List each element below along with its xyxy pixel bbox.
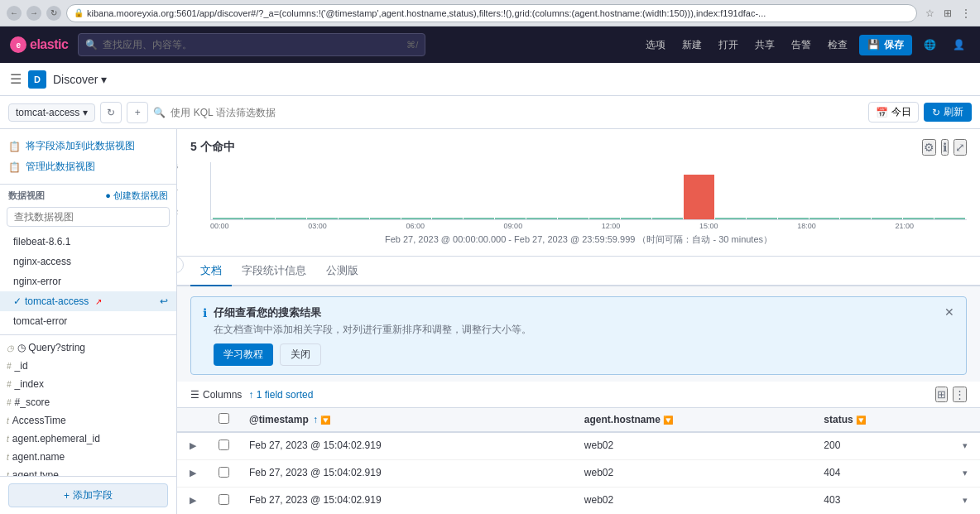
kql-input[interactable] <box>171 107 863 118</box>
chart-bar[interactable] <box>558 218 588 219</box>
global-search-bar[interactable]: 🔍 ⌘/ <box>78 33 425 56</box>
new-button[interactable]: 新建 <box>677 35 707 55</box>
chart-bar[interactable] <box>872 218 902 219</box>
chart-bar[interactable] <box>339 218 369 219</box>
row-actions-btn[interactable]: ▾ <box>950 460 980 488</box>
globe-icon[interactable]: 🌐 <box>919 36 941 54</box>
row-checkbox[interactable] <box>209 460 239 488</box>
chart-bar[interactable] <box>621 218 651 219</box>
chart-bar[interactable] <box>432 218 463 219</box>
star-button[interactable]: ☆ <box>922 6 937 21</box>
back-button[interactable]: ← <box>7 6 22 21</box>
row-actions-btn[interactable]: ▾ <box>950 488 980 515</box>
chart-bar[interactable] <box>307 218 338 219</box>
sidebar-item-filebeat[interactable]: filebeat-8.6.1 <box>0 232 176 252</box>
calendar-btn[interactable]: 📅 今日 <box>868 102 919 122</box>
app-name-chevron[interactable]: ▾ <box>101 73 107 86</box>
row-checkbox[interactable] <box>209 432 239 460</box>
row-select-checkbox[interactable] <box>219 494 229 505</box>
row-select-checkbox[interactable] <box>219 467 229 478</box>
th-hostname[interactable]: agent.hostname 🔽 <box>574 408 814 432</box>
user-avatar[interactable]: 👤 <box>948 36 970 54</box>
sidebar-item-nginx-error[interactable]: nginx-error <box>0 271 176 291</box>
histogram-info-btn[interactable]: ℹ <box>941 139 949 156</box>
learn-tutorial-btn[interactable]: 学习教程 <box>214 343 273 366</box>
sidebar-search[interactable] <box>0 204 176 230</box>
index-selector[interactable]: tomcat-access ▾ <box>8 103 95 122</box>
tab-beta[interactable]: 公测版 <box>316 257 368 286</box>
save-button[interactable]: 💾 保存 <box>859 35 912 55</box>
field-agent-type[interactable]: t agent.type <box>0 466 176 476</box>
alert-button[interactable]: 告警 <box>786 35 816 55</box>
chart-bar[interactable] <box>903 218 934 219</box>
expand-row-btn[interactable]: ▶ <box>187 440 199 452</box>
th-status[interactable]: status 🔽 <box>814 408 950 432</box>
chart-bar[interactable] <box>213 218 243 219</box>
close-banner-btn[interactable]: 关闭 <box>280 343 321 366</box>
chart-bar[interactable] <box>652 218 683 219</box>
forward-button[interactable]: → <box>26 6 41 21</box>
grid-view-btn[interactable]: ⊞ <box>935 387 948 402</box>
row-expand-btn[interactable]: ▶ <box>177 488 209 515</box>
sidebar-item-nginx-access[interactable]: nginx-access <box>0 252 176 271</box>
field-score[interactable]: # #_score <box>0 393 176 411</box>
chart-bar[interactable] <box>526 218 557 219</box>
tab-field-stats[interactable]: 字段统计信息 <box>232 257 316 286</box>
share-button[interactable]: 共享 <box>750 35 780 55</box>
tab-documents[interactable]: 文档 <box>190 257 232 286</box>
add-field-action[interactable]: 📋 将字段添加到此数据视图 <box>8 136 168 156</box>
row-actions-btn[interactable]: ▾ <box>950 432 980 460</box>
row-menu-btn[interactable]: ▾ <box>960 494 970 507</box>
manage-view-action[interactable]: 📋 管理此数据视图 <box>8 156 168 177</box>
row-menu-btn[interactable]: ▾ <box>960 440 970 452</box>
field-agent-ephemeral-id[interactable]: t agent.ephemeral_id <box>0 430 176 448</box>
field-access-time[interactable]: t AccessTime <box>0 411 176 430</box>
expand-row-btn[interactable]: ▶ <box>187 467 199 479</box>
row-expand-btn[interactable]: ▶ <box>177 460 209 488</box>
menu-button[interactable]: ⋮ <box>958 6 973 21</box>
table-options-btn[interactable]: ⋮ <box>953 387 967 402</box>
add-field-btn[interactable]: + 添加字段 <box>8 483 168 507</box>
bookmark-button[interactable]: ⊞ <box>940 6 955 21</box>
global-search-input[interactable] <box>103 39 401 50</box>
expand-row-btn[interactable]: ▶ <box>187 494 199 507</box>
sidebar-item-tomcat-error[interactable]: tomcat-error <box>0 311 176 331</box>
histogram-settings-btn[interactable]: ⚙ <box>922 139 936 156</box>
select-all-checkbox[interactable] <box>219 413 229 424</box>
chart-bar[interactable] <box>809 218 840 219</box>
open-button[interactable]: 打开 <box>713 35 743 55</box>
chart-bar[interactable] <box>464 218 494 219</box>
app-menu-icon[interactable]: ☰ <box>10 71 22 87</box>
chart-bar[interactable] <box>495 218 526 219</box>
field-id[interactable]: # _id <box>0 357 176 375</box>
inspect-button[interactable]: 检查 <box>823 35 853 55</box>
field-agent-name[interactable]: t agent.name <box>0 448 176 466</box>
field-index[interactable]: # _index <box>0 375 176 393</box>
close-banner-icon-btn[interactable]: ✕ <box>944 305 954 319</box>
row-checkbox[interactable] <box>209 488 239 515</box>
row-expand-btn[interactable]: ▶ <box>177 432 209 460</box>
th-timestamp[interactable]: @timestamp ↑ 🔽 <box>239 408 574 432</box>
chart-bar[interactable] <box>244 218 275 219</box>
query-string-item[interactable]: ◷ ◷ Query?string <box>0 339 176 357</box>
chart-bar[interactable] <box>589 218 620 219</box>
histogram-expand-btn[interactable]: ⤢ <box>954 139 967 156</box>
chart-bar[interactable] <box>276 218 306 219</box>
refresh-button[interactable]: ↻ <box>46 6 61 21</box>
chart-bar[interactable] <box>934 218 965 219</box>
elastic-logo[interactable]: e elastic <box>10 36 68 53</box>
chart-bar[interactable] <box>401 218 432 219</box>
create-data-view-btn[interactable]: ● 创建数据视图 <box>105 190 168 202</box>
row-menu-btn[interactable]: ▾ <box>960 467 970 479</box>
chart-bar[interactable] <box>370 218 401 219</box>
chart-bar[interactable] <box>747 218 777 219</box>
sidebar-item-tomcat-access[interactable]: ✓ tomcat-access ↗ ↩ <box>0 291 176 311</box>
chart-bar[interactable] <box>840 218 871 219</box>
row-select-checkbox[interactable] <box>219 440 229 450</box>
sidebar-search-input[interactable] <box>7 207 170 227</box>
chart-bar[interactable] <box>684 175 714 219</box>
chart-bar[interactable] <box>778 218 809 219</box>
add-filter-btn[interactable]: + <box>127 102 148 123</box>
refresh-icon-btn[interactable]: ↻ <box>100 102 122 123</box>
refresh-btn[interactable]: ↻ ↻ 刷新 刷新 <box>924 103 972 122</box>
